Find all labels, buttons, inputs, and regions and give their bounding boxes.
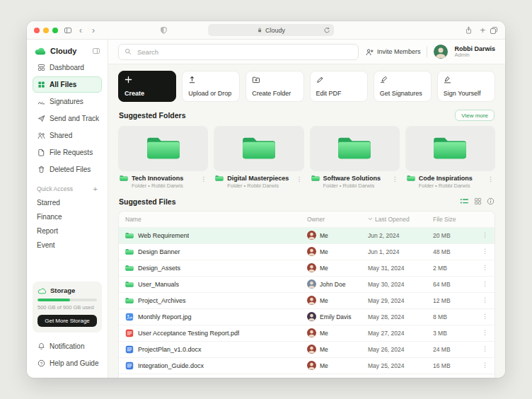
- row-menu-icon[interactable]: ⋮: [477, 312, 488, 321]
- plus-icon: [125, 76, 170, 83]
- table-row[interactable]: Integration_Guide.docx Me May 25, 2024 1…: [119, 358, 495, 374]
- row-menu-icon[interactable]: ⋮: [477, 296, 488, 305]
- tabs-overview-icon[interactable]: [490, 24, 498, 36]
- new-tab-icon[interactable]: +: [480, 24, 485, 36]
- folder-thumbnail: [310, 126, 400, 171]
- folder-name: Tech Innovations: [132, 175, 197, 183]
- table-row[interactable]: Project_Archives Me May 29, 2024 12 MB ⋮: [119, 293, 495, 309]
- forward-icon[interactable]: ›: [92, 24, 95, 36]
- folder-menu-icon[interactable]: ⋮: [487, 175, 494, 184]
- quick-access-item-finance[interactable]: Finance: [33, 209, 102, 224]
- folder-card[interactable]: Software Solutions Folder • Robbi Darwis…: [310, 126, 400, 190]
- sidebar-item-deleted-files[interactable]: Deleted Files: [33, 161, 102, 178]
- refresh-icon[interactable]: [323, 27, 330, 35]
- row-menu-icon[interactable]: ⋮: [477, 279, 488, 289]
- search-field[interactable]: [136, 47, 352, 57]
- owner-avatar: [307, 231, 316, 240]
- privacy-shield-icon[interactable]: [160, 24, 168, 36]
- row-menu-icon[interactable]: ⋮: [477, 247, 488, 256]
- table-row[interactable]: Monthly Report.jpg Emily Davis May 28, 2…: [119, 309, 495, 325]
- quick-access-item-starred[interactable]: Starred: [33, 195, 102, 209]
- sidebar-item-send-and-track[interactable]: Send and Track: [33, 110, 102, 127]
- share-icon[interactable]: [465, 24, 473, 36]
- sidebar-item-label: All Files: [50, 81, 76, 88]
- quick-access-add-icon[interactable]: +: [93, 185, 98, 193]
- folder-card[interactable]: Code Inspirations Folder • Robbi Darwis …: [405, 126, 495, 190]
- back-icon[interactable]: ‹: [79, 24, 82, 36]
- table-row[interactable]: User Acceptance Testing Report.pdf Me Ma…: [119, 325, 495, 342]
- sign-yourself-button[interactable]: Sign Yourself: [437, 71, 495, 102]
- image-file-icon: [125, 313, 134, 321]
- sidebar-item-signatures[interactable]: Signatures: [33, 93, 102, 110]
- folder-icon: [241, 134, 277, 163]
- lock-icon: [257, 27, 262, 33]
- browser-sidebar-toggle-icon[interactable]: [64, 24, 72, 36]
- column-header-name[interactable]: Name: [125, 216, 307, 223]
- folder-thumbnail: [405, 126, 495, 171]
- folder-menu-icon[interactable]: ⋮: [296, 175, 303, 184]
- quick-access-item-report[interactable]: Report: [33, 224, 102, 238]
- zoom-window-button[interactable]: [52, 28, 58, 33]
- user-role: Admin: [454, 52, 495, 59]
- sidebar-item-shared[interactable]: Shared: [33, 127, 102, 144]
- row-menu-icon[interactable]: ⋮: [477, 231, 488, 240]
- info-icon[interactable]: [487, 197, 495, 205]
- invite-members-button[interactable]: Invite Members: [366, 48, 421, 56]
- folder-small-icon: [125, 297, 134, 304]
- file-name: Integration_Guide.docx: [138, 362, 204, 369]
- folder-menu-icon[interactable]: ⋮: [392, 175, 398, 184]
- row-menu-icon[interactable]: ⋮: [477, 345, 488, 354]
- upload-or-drop-button[interactable]: Upload or Drop: [182, 71, 240, 102]
- minimize-window-button[interactable]: [43, 28, 49, 33]
- last-opened: May 26, 2024: [368, 346, 433, 353]
- folder-card[interactable]: Digital Masterpieces Folder • Robbi Darw…: [214, 126, 303, 190]
- sidebar-item-dashboard[interactable]: Dashboard: [33, 59, 102, 76]
- folder-card[interactable]: Tech Innovations Folder • Robbi Darwis ⋮: [118, 126, 208, 190]
- column-header-last-opened[interactable]: Last Opened: [368, 216, 433, 223]
- column-header-owner[interactable]: Owner: [307, 216, 368, 223]
- sidebar-item-file-requests[interactable]: File Requests: [33, 144, 102, 161]
- table-row[interactable]: User_Manuals John Doe May 30, 2024 64 MB…: [119, 277, 495, 293]
- table-row[interactable]: ProjectPlan_v1.0.docx Me May 26, 2024 24…: [119, 342, 495, 358]
- last-opened: May 30, 2024: [368, 281, 433, 288]
- folder-thumbnail: [118, 126, 208, 171]
- user-avatar[interactable]: [434, 45, 448, 59]
- get-more-storage-button[interactable]: Get More Storage: [37, 315, 97, 327]
- get-signatures-button[interactable]: Get Signatures: [374, 71, 432, 102]
- sort-chevron-down-icon: [368, 216, 373, 221]
- quick-access-title: Quick Access: [37, 185, 73, 192]
- suggested-folders-title: Suggested Folders: [119, 111, 186, 120]
- address-bar[interactable]: Cloudy: [208, 24, 334, 36]
- folder-small-icon: [311, 175, 320, 182]
- close-window-button[interactable]: [34, 28, 40, 33]
- edit-pdf-button[interactable]: Edit PDF: [310, 71, 368, 102]
- row-menu-icon[interactable]: ⋮: [477, 263, 488, 272]
- table-row[interactable]: Design Banner Me Jun 1, 2024 48 MB ⋮: [119, 244, 495, 260]
- row-menu-icon[interactable]: ⋮: [477, 361, 488, 370]
- send-icon: [37, 115, 45, 122]
- create-folder-button[interactable]: Create Folder: [245, 71, 303, 102]
- folder-meta: Folder • Robbi Darwis: [419, 183, 484, 189]
- file-icon: [37, 149, 45, 156]
- create-button[interactable]: Create: [118, 71, 176, 102]
- row-menu-icon[interactable]: ⋮: [477, 328, 488, 337]
- grid-view-icon[interactable]: [474, 197, 482, 205]
- sidebar-collapse-icon[interactable]: [92, 47, 100, 55]
- sidebar-item-notification[interactable]: Notification: [33, 338, 102, 354]
- sidebar-item-all-files[interactable]: All Files: [33, 76, 102, 93]
- column-header-file-size[interactable]: File Size: [433, 216, 477, 223]
- search-input[interactable]: [118, 44, 359, 60]
- file-name: Monthly Report.jpg: [138, 313, 192, 320]
- users-icon: [37, 132, 45, 139]
- quick-access-item-event[interactable]: Event: [33, 238, 102, 252]
- cloudy-logo-icon: [34, 46, 47, 55]
- file-name: Project_Archives: [138, 297, 186, 304]
- sidebar-item-label: Notification: [50, 342, 84, 350]
- table-row[interactable]: Web Requirement Me Jun 2, 2024 20 MB ⋮: [119, 228, 495, 244]
- folder-menu-icon[interactable]: ⋮: [200, 175, 207, 184]
- sidebar-item-help-and-guide[interactable]: ? Help and Guide: [33, 355, 102, 371]
- table-row[interactable]: Design_Assets Me May 31, 2024 2 MB ⋮: [119, 260, 495, 277]
- list-view-icon[interactable]: [460, 197, 469, 205]
- signature-request-icon: [380, 76, 425, 83]
- view-more-button[interactable]: View more: [455, 110, 495, 121]
